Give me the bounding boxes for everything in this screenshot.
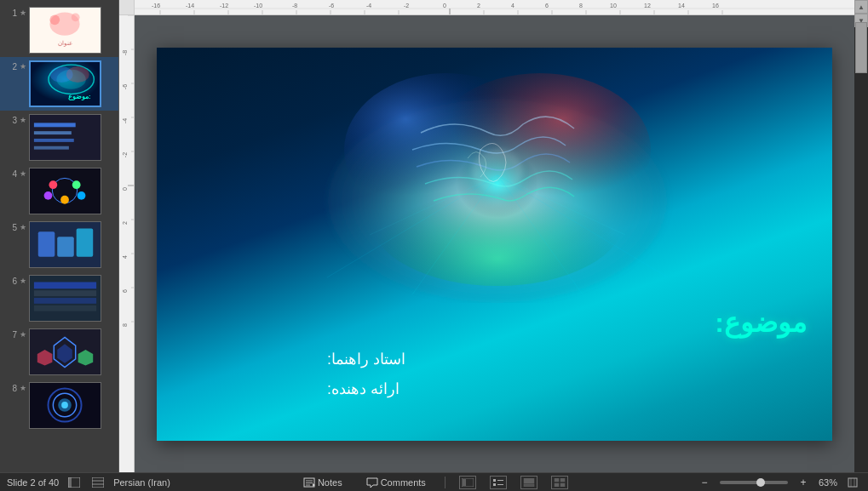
slide-title: موضوع:: [715, 306, 807, 339]
svg-rect-128: [524, 484, 534, 487]
slide-star-3: ★: [20, 116, 26, 124]
slide-thumb-2[interactable]: 2 ★ م: [0, 57, 118, 111]
slide-star-7: ★: [20, 330, 26, 339]
svg-point-41: [61, 402, 68, 408]
slide-star-5: ★: [20, 223, 26, 231]
slide-num-4: 4: [5, 169, 17, 179]
svg-point-3: [72, 13, 80, 21]
slide-thumb-8[interactable]: 8 ★: [0, 379, 118, 432]
zoom-level: 63%: [819, 477, 837, 488]
svg-rect-130: [560, 478, 565, 482]
svg-text:-4: -4: [122, 118, 128, 123]
zoom-out-button[interactable]: −: [696, 476, 713, 489]
slide-view-icon[interactable]: [89, 476, 106, 489]
svg-rect-127: [524, 478, 534, 483]
slide-label2: ارائه دهنده:: [327, 380, 400, 398]
slide-star-2: ★: [20, 62, 26, 71]
slide-thumb-3[interactable]: 3 ★: [0, 111, 118, 164]
vertical-scrollbar[interactable]: ▲ ▼: [854, 0, 868, 27]
slide-thumb-1[interactable]: 1 ★ عنوان: [0, 3, 118, 57]
svg-rect-15: [34, 146, 69, 150]
svg-text:-8: -8: [292, 3, 297, 9]
slide-label1: استاد راهنما:: [327, 350, 405, 368]
svg-text:12: 12: [644, 3, 651, 9]
zoom-slider-thumb[interactable]: [756, 478, 765, 487]
slide-image-7: [29, 328, 101, 375]
view-handout-button[interactable]: [551, 476, 568, 489]
comments-button[interactable]: Comments: [361, 477, 431, 488]
svg-text:-12: -12: [220, 3, 228, 9]
zoom-in-button[interactable]: +: [795, 476, 812, 489]
slide-num-1: 1: [5, 9, 17, 18]
svg-point-21: [44, 191, 53, 200]
svg-text:2: 2: [122, 221, 128, 225]
slide-thumb-4[interactable]: 4 ★: [0, 164, 118, 218]
svg-text:-14: -14: [186, 3, 194, 9]
notes-button[interactable]: Notes: [298, 477, 348, 488]
svg-rect-26: [77, 228, 94, 256]
content-area: -8 -6 -4 -2 0 2 4 6 8: [119, 0, 868, 472]
svg-text:6: 6: [122, 289, 128, 293]
divider1: [445, 477, 445, 488]
view-outline-button[interactable]: [490, 476, 507, 489]
status-bar: Slide 2 of 40 Persian (Iran): [0, 472, 868, 491]
svg-point-19: [72, 180, 81, 189]
svg-text:0: 0: [122, 187, 128, 191]
slide-panel-scroll[interactable]: 1 ★ عنوان 2 ★: [0, 0, 118, 472]
svg-rect-29: [34, 290, 96, 296]
svg-rect-30: [34, 298, 96, 304]
language-info: Persian (Iran): [113, 477, 170, 488]
zoom-slider[interactable]: [720, 481, 788, 484]
svg-text:0: 0: [443, 3, 446, 9]
svg-rect-31: [34, 305, 96, 311]
svg-text:-10: -10: [254, 3, 262, 9]
slide-image-2: موضوع:: [29, 60, 101, 107]
svg-rect-13: [34, 131, 72, 134]
slide-num-6: 6: [5, 277, 17, 286]
svg-rect-12: [34, 123, 76, 127]
svg-rect-25: [57, 237, 74, 256]
svg-point-20: [60, 196, 69, 204]
svg-rect-123: [493, 479, 496, 482]
scroll-thumb[interactable]: [855, 22, 867, 73]
svg-rect-28: [34, 282, 96, 288]
view-normal-button[interactable]: [459, 476, 476, 489]
slide-canvas: موضوع: استاد راهنما: ارائه دهنده:: [157, 48, 832, 441]
svg-rect-133: [848, 478, 857, 487]
svg-rect-129: [555, 478, 559, 482]
slide-info: Slide 2 of 40: [7, 477, 59, 488]
slide-num-5: 5: [5, 223, 17, 232]
slide-num-3: 3: [5, 116, 17, 125]
svg-text:-4: -4: [366, 3, 371, 9]
svg-rect-132: [560, 483, 565, 487]
slide-num-7: 7: [5, 330, 17, 340]
view-notes-button[interactable]: [520, 476, 537, 489]
svg-text:-2: -2: [122, 152, 128, 157]
svg-text:-6: -6: [122, 84, 128, 89]
slide-container[interactable]: موضوع: استاد راهنما: ارائه دهنده:: [135, 15, 854, 472]
svg-rect-16: [30, 168, 101, 214]
slide-thumb-7[interactable]: 7 ★: [0, 325, 118, 379]
svg-rect-62: [135, 0, 854, 15]
svg-rect-124: [493, 483, 496, 486]
slide-star-6: ★: [20, 277, 26, 285]
slide-thumb-5[interactable]: 5 ★: [0, 218, 118, 271]
slide-image-3: [29, 114, 101, 161]
comments-label: Comments: [381, 477, 426, 488]
slide-panel-toggle[interactable]: [66, 476, 83, 489]
svg-point-9: [50, 66, 73, 83]
brain-visualization: [285, 65, 710, 303]
svg-text:-8: -8: [122, 50, 128, 55]
slide-star-4: ★: [20, 169, 26, 178]
slide-thumb-6[interactable]: 6 ★: [0, 271, 118, 325]
svg-text:-16: -16: [152, 3, 160, 9]
fit-page-button[interactable]: [844, 476, 861, 489]
svg-text:8: 8: [579, 3, 583, 9]
vertical-ruler: -8 -6 -4 -2 0 2 4 6 8: [119, 15, 135, 472]
svg-rect-113: [92, 477, 104, 488]
slide-panel: 1 ★ عنوان 2 ★: [0, 0, 119, 472]
scroll-up-button[interactable]: ▲: [854, 0, 868, 14]
svg-text:-2: -2: [404, 3, 409, 9]
main-area: 1 ★ عنوان 2 ★: [0, 0, 868, 472]
svg-rect-14: [34, 139, 74, 142]
